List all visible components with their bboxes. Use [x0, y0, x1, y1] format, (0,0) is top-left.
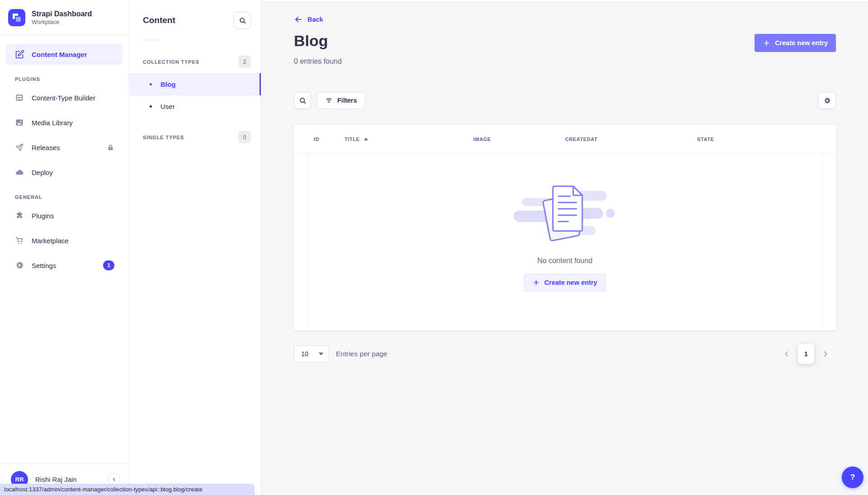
divider	[143, 40, 158, 40]
entries-table-card: ID TITLE IMAGE CREATEDAT STATE	[294, 125, 836, 330]
sidebar-item-label: Releases	[32, 144, 99, 151]
settings-notification-badge: 1	[103, 260, 114, 270]
puzzle-icon	[14, 211, 24, 221]
strapi-admin-app: Strapi Dashboard Workplace Content Manag…	[0, 0, 868, 495]
brand[interactable]: Strapi Dashboard Workplace	[0, 0, 129, 36]
bullet-icon	[150, 83, 152, 85]
status-url-tooltip: localhost:1337/admin/content-manager/col…	[0, 484, 255, 495]
sidebar-item-settings[interactable]: Settings 1	[6, 255, 123, 276]
page-size-label: Entries per page	[336, 350, 387, 358]
entries-count-subtitle: 0 entries found	[294, 57, 836, 66]
workspace-name: Workplace	[32, 19, 92, 26]
arrow-left-icon	[294, 15, 303, 24]
sidebar-item-label: Media Library	[32, 119, 114, 127]
user-name: Rishi Raj Jain	[35, 476, 77, 483]
sidebar-section-general: GENERAL	[15, 194, 114, 200]
sidebar-item-content-type-builder[interactable]: Content-Type Builder	[6, 87, 123, 108]
edit-icon	[14, 49, 24, 59]
subnav-item-label: User	[160, 103, 175, 110]
sidebar-item-label: Content-Type Builder	[32, 94, 114, 102]
sidebar-item-label: Deploy	[32, 169, 114, 176]
collection-types-count: 2	[238, 56, 251, 68]
app-title: Strapi Dashboard	[32, 9, 92, 19]
sidebar-item-label: Plugins	[32, 212, 114, 220]
sidebar-item-plugins[interactable]: Plugins	[6, 205, 123, 226]
single-types-label: SINGLE TYPES	[143, 135, 184, 140]
previous-page-button[interactable]	[781, 348, 793, 360]
create-new-entry-button[interactable]: Create new entry	[755, 34, 836, 52]
sidebar-item-label: Marketplace	[32, 237, 114, 245]
table-empty-state: No content found Create new entry	[307, 154, 822, 330]
sidebar-item-releases[interactable]: Releases	[6, 137, 123, 158]
table-header-row: ID TITLE IMAGE CREATEDAT STATE	[294, 125, 836, 154]
single-types-count: 0	[238, 131, 251, 143]
empty-state-text: No content found	[538, 257, 593, 265]
column-header-image[interactable]: IMAGE	[473, 137, 565, 142]
next-page-button[interactable]	[820, 348, 831, 360]
back-link[interactable]: Back	[294, 15, 323, 24]
filter-icon	[325, 97, 333, 104]
help-button[interactable]: ?	[842, 467, 863, 488]
filters-button[interactable]: Filters	[317, 92, 365, 109]
paper-plane-icon	[14, 142, 24, 152]
collection-types-label: COLLECTION TYPES	[143, 59, 199, 65]
sidebar-item-label: Settings	[32, 262, 96, 269]
content-subnav: Content COLLECTION TYPES 2 Blog User SIN…	[129, 0, 261, 495]
caret-down-icon	[319, 353, 323, 355]
table-settings-button[interactable]	[818, 92, 836, 109]
column-header-title[interactable]: TITLE	[344, 137, 473, 142]
search-icon	[299, 97, 307, 104]
main-sidebar: Strapi Dashboard Workplace Content Manag…	[0, 0, 129, 495]
sidebar-nav: Content Manager PLUGINS Content-Type Bui…	[0, 36, 129, 463]
subnav-search-button[interactable]	[234, 12, 251, 29]
empty-create-entry-button[interactable]: Create new entry	[524, 274, 606, 291]
search-icon	[239, 17, 246, 24]
page-number-button[interactable]: 1	[798, 344, 814, 364]
page-title: Blog	[294, 33, 328, 49]
chevron-left-icon	[783, 350, 790, 358]
cloud-icon	[14, 167, 24, 177]
sort-asc-icon	[364, 137, 368, 141]
plus-icon	[763, 39, 770, 47]
table-footer: 10 Entries per page 1	[294, 344, 836, 364]
table-search-button[interactable]	[294, 92, 311, 109]
sidebar-item-media-library[interactable]: Media Library	[6, 112, 123, 133]
column-header-state[interactable]: STATE	[697, 137, 836, 142]
subnav-item-label: Blog	[160, 80, 175, 88]
sidebar-item-marketplace[interactable]: Marketplace	[6, 230, 123, 251]
gear-icon	[14, 260, 24, 270]
lock-icon	[107, 144, 114, 151]
sidebar-item-content-manager[interactable]: Content Manager	[6, 44, 123, 65]
chevron-left-icon	[112, 477, 117, 482]
plus-icon	[533, 279, 540, 286]
page-size-select[interactable]: 10	[294, 345, 329, 363]
subnav-item-user[interactable]: User	[129, 95, 261, 118]
subnav-item-blog[interactable]: Blog	[129, 73, 261, 95]
shopping-cart-icon	[14, 236, 24, 245]
gear-icon	[823, 97, 831, 104]
subnav-title: Content	[143, 15, 175, 25]
main-content: Back Blog Create new entry 0 entries fou…	[261, 0, 868, 495]
bullet-icon	[150, 105, 152, 108]
column-header-id[interactable]: ID	[314, 137, 344, 142]
column-header-createdat[interactable]: CREATEDAT	[565, 137, 697, 142]
pagination: 1	[781, 344, 831, 364]
layout-grid-icon	[14, 93, 24, 103]
sidebar-item-deploy[interactable]: Deploy	[6, 162, 123, 183]
strapi-logo-icon	[8, 9, 25, 26]
image-icon	[14, 118, 24, 127]
top-divider	[261, 0, 868, 2]
sidebar-section-plugins: PLUGINS	[15, 76, 114, 82]
sidebar-item-label: Content Manager	[32, 51, 114, 58]
empty-documents-illustration	[512, 183, 618, 247]
chevron-right-icon	[822, 350, 829, 358]
back-label: Back	[307, 16, 323, 23]
